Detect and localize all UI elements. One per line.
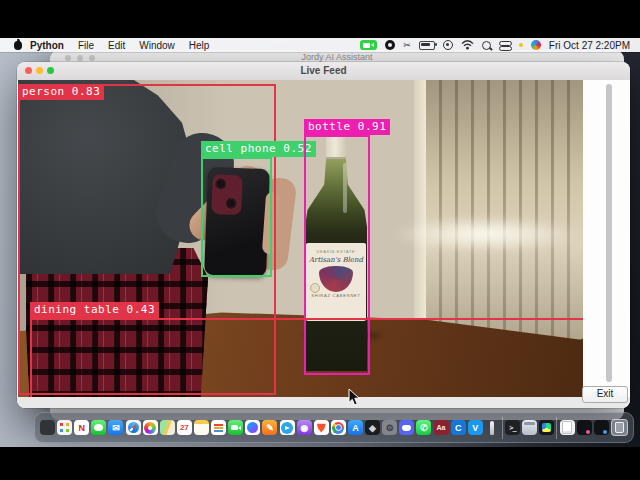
wifi-icon[interactable] (461, 40, 474, 50)
safari[interactable] (126, 420, 141, 435)
assistant-icon[interactable] (531, 40, 541, 50)
whatsapp[interactable]: ✆ (416, 420, 431, 435)
dark-window-1[interactable] (577, 420, 592, 435)
mouse-cursor (348, 388, 360, 406)
detection-box-dining-table (30, 318, 583, 397)
gray-gear-app[interactable]: ⚙ (382, 420, 397, 435)
pencil-app[interactable]: ✎ (262, 420, 277, 435)
dock-divider (556, 417, 557, 439)
maps[interactable] (160, 420, 175, 435)
detection-label-bottle: bottle 0.91 (304, 119, 390, 135)
blue-c-app[interactable]: C (451, 420, 466, 435)
scrollbar[interactable] (606, 84, 612, 382)
menu-edit[interactable]: Edit (108, 40, 125, 51)
minimized-window[interactable] (522, 420, 537, 435)
apple-logo-icon[interactable] (14, 41, 22, 50)
scissors-icon[interactable]: ✂ (403, 40, 411, 50)
detection-label-cell-phone: cell phone 0.52 (201, 141, 316, 157)
terminal[interactable]: >_ (505, 420, 520, 435)
messages[interactable] (91, 420, 106, 435)
dock-divider (502, 417, 503, 439)
screen: Jordy AI Assistant Live Feed (0, 0, 640, 480)
detection-overlay: person 0.83cell phone 0.52bottle 0.91din… (18, 80, 583, 397)
camera-feed: DEAKIN ESTATE Artisan's Blend SHIRAZ CAB… (18, 80, 583, 397)
window-side-panel (583, 80, 630, 397)
dark-window-2[interactable] (594, 420, 609, 435)
detection-label-person: person 0.83 (18, 84, 104, 100)
messenger[interactable] (245, 420, 260, 435)
discord[interactable] (399, 420, 414, 435)
exit-button[interactable]: Exit (582, 386, 628, 403)
app-store[interactable]: A (348, 420, 363, 435)
facetime[interactable] (228, 420, 243, 435)
menu-help[interactable]: Help (189, 40, 210, 51)
dark-pattern-app[interactable]: ◆ (365, 420, 380, 435)
netflix[interactable]: N (74, 420, 89, 435)
menu-bar: PythonFileEditWindowHelp ✂ Fri Oct 27 2:… (0, 38, 640, 52)
window-bottom-bar (17, 397, 630, 408)
control-center-icon[interactable] (499, 41, 511, 50)
vscode[interactable]: V (468, 420, 483, 435)
calendar[interactable]: 27 (177, 420, 192, 435)
telegram[interactable] (280, 420, 295, 435)
trash[interactable] (611, 419, 628, 436)
yellow-status-dot (519, 43, 523, 47)
notes[interactable] (194, 420, 209, 435)
timer-icon[interactable] (443, 40, 453, 50)
chrome[interactable] (331, 420, 346, 435)
spotlight-search-icon[interactable] (482, 41, 491, 50)
document[interactable] (560, 420, 575, 435)
launchpad[interactable] (57, 420, 72, 435)
dock: N✉27✎◉A◆⚙✆AaCV>_ (34, 412, 634, 443)
window-titlebar[interactable]: Live Feed (17, 62, 630, 80)
desktop: Jordy AI Assistant Live Feed (0, 38, 640, 447)
photos[interactable] (143, 420, 158, 435)
screen-recording-icon[interactable] (360, 40, 377, 50)
window-title: Live Feed (17, 62, 630, 80)
menu-bar-clock[interactable]: Fri Oct 27 2:20PM (549, 40, 630, 51)
mail[interactable]: ✉ (108, 420, 123, 435)
menu-python[interactable]: Python (30, 40, 64, 51)
dark-app[interactable] (40, 420, 55, 435)
menu-file[interactable]: File (78, 40, 94, 51)
red-reader-app[interactable]: Aa (434, 420, 449, 435)
record-dot-icon[interactable] (385, 40, 395, 50)
pycharm[interactable] (539, 420, 554, 435)
live-feed-window: Live Feed (17, 62, 630, 408)
reminders[interactable] (211, 420, 226, 435)
menu-window[interactable]: Window (139, 40, 175, 51)
detection-box-cell-phone (201, 157, 272, 277)
battery-icon[interactable] (419, 41, 435, 50)
detection-label-dining-table: dining table 0.43 (30, 302, 159, 318)
brave[interactable] (314, 420, 329, 435)
status-icons: ✂ Fri Oct 27 2:20PM (360, 38, 630, 52)
stylus[interactable] (485, 420, 500, 435)
podcasts[interactable]: ◉ (297, 420, 312, 435)
